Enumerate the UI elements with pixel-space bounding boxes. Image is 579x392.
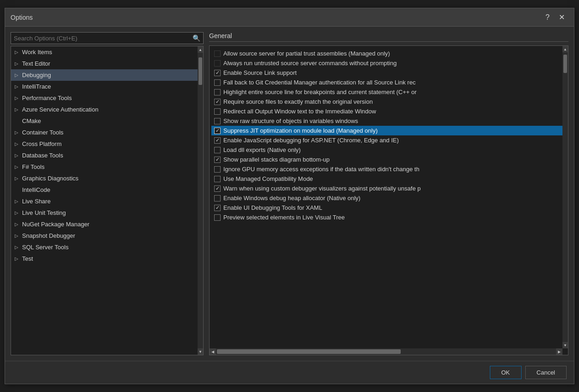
tree-item-label: Text Editor	[22, 60, 194, 67]
option-row-opt18[interactable]: Preview selected elements in Live Visual…	[211, 213, 566, 222]
checkbox-opt6[interactable]	[214, 99, 221, 105]
tree-item-work-items[interactable]: ▷Work Items	[11, 46, 198, 58]
search-input[interactable]	[14, 35, 193, 42]
cancel-button[interactable]: Cancel	[525, 366, 567, 379]
tree-item-cmake[interactable]: CMake	[11, 115, 198, 127]
checkbox-opt9[interactable]	[214, 128, 221, 134]
option-row-opt12[interactable]: Show parallel stacks diagram bottom-up	[211, 155, 566, 164]
checkbox-opt4[interactable]	[214, 79, 221, 86]
option-label-opt10: Enable JavaScript debugging for ASP.NET …	[223, 137, 399, 144]
option-row-opt5[interactable]: Highlight entire source line for breakpo…	[211, 87, 566, 97]
search-icon: 🔍	[193, 34, 200, 42]
help-button[interactable]: ?	[542, 12, 553, 22]
option-row-opt14[interactable]: Use Managed Compatibility Mode	[211, 174, 566, 184]
tree-item-live-share[interactable]: ▷Live Share	[11, 196, 198, 207]
search-box[interactable]: 🔍	[11, 32, 204, 44]
h-scroll-right-button[interactable]: ▶	[556, 348, 562, 355]
option-row-opt2[interactable]: Always run untrusted source server comma…	[211, 58, 566, 68]
checkbox-opt17[interactable]	[214, 205, 221, 211]
options-scrollbar-v[interactable]: ▲ ▼	[562, 46, 568, 348]
tree-item-live-unit-testing[interactable]: ▷Live Unit Testing	[11, 207, 198, 218]
tree-item-intellitrace[interactable]: ▷IntelliTrace	[11, 81, 198, 92]
option-row-opt15[interactable]: Warn when using custom debugger visualiz…	[211, 184, 566, 193]
tree-item-label: Performance Tools	[22, 95, 194, 101]
options-scroll[interactable]: Allow source server for partial trust as…	[210, 46, 568, 355]
option-label-opt7: Redirect all Output Window text to the I…	[223, 108, 376, 115]
checkbox-opt14[interactable]	[214, 176, 221, 182]
tree-item-database-tools[interactable]: ▷Database Tools	[11, 150, 198, 161]
tree-item-label: Database Tools	[22, 152, 194, 159]
checkbox-opt8[interactable]	[214, 118, 221, 124]
tree-item-text-editor[interactable]: ▷Text Editor	[11, 58, 198, 69]
tree-item-snapshot-debugger[interactable]: ▷Snapshot Debugger	[11, 230, 198, 241]
chevron-icon: ▷	[15, 256, 20, 261]
option-row-opt8[interactable]: Show raw structure of objects in variabl…	[211, 116, 566, 126]
checkbox-opt18[interactable]	[214, 214, 221, 221]
option-row-opt17[interactable]: Enable UI Debugging Tools for XAML	[211, 203, 566, 213]
option-row-opt6[interactable]: Require source files to exactly match th…	[211, 97, 566, 106]
tree-item-label: Graphics Diagnostics	[22, 175, 194, 182]
h-scroll-left-button[interactable]: ◀	[210, 348, 216, 355]
tree-item-azure-service-auth[interactable]: ▷Azure Service Authentication	[11, 104, 198, 115]
tree-scroll-down-button[interactable]: ▼	[198, 348, 203, 355]
option-label-opt2: Always run untrusted source server comma…	[223, 60, 397, 67]
option-row-opt9[interactable]: Suppress JIT optimization on module load…	[211, 126, 566, 135]
checkbox-opt15[interactable]	[214, 185, 221, 192]
tree-item-label: Cross Platform	[22, 140, 194, 147]
chevron-icon: ▷	[15, 245, 20, 250]
v-scroll-down-button[interactable]: ▼	[562, 342, 568, 348]
options-container: Allow source server for partial trust as…	[209, 45, 568, 355]
tree-item-label: Work Items	[22, 49, 194, 56]
v-scroll-thumb[interactable]	[563, 55, 567, 73]
option-row-opt4[interactable]: Fall back to Git Credential Manager auth…	[211, 78, 566, 87]
h-scroll-thumb[interactable]	[217, 349, 401, 354]
v-scroll-up-button[interactable]: ▲	[562, 46, 568, 52]
close-button[interactable]: ✕	[555, 12, 568, 22]
tree-item-cross-platform[interactable]: ▷Cross Platform	[11, 138, 198, 150]
checkbox-opt3[interactable]	[214, 70, 221, 76]
chevron-icon: ▷	[15, 141, 20, 146]
option-row-opt3[interactable]: Enable Source Link support	[211, 68, 566, 78]
tree-scrollbar[interactable]: ▲ ▼	[198, 46, 203, 355]
option-label-opt11: Load dll exports (Native only)	[223, 146, 301, 153]
option-label-opt9: Suppress JIT optimization on module load…	[223, 127, 378, 134]
checkbox-opt10[interactable]	[214, 137, 221, 144]
option-row-opt13[interactable]: Ignore GPU memory access exceptions if t…	[211, 164, 566, 174]
tree-item-container-tools[interactable]: ▷Container Tools	[11, 127, 198, 138]
tree-item-nuget-package-manager[interactable]: ▷NuGet Package Manager	[11, 218, 198, 230]
chevron-icon: ▷	[15, 222, 20, 227]
checkbox-opt11[interactable]	[214, 147, 221, 153]
checkbox-opt12[interactable]	[214, 157, 221, 163]
tree-item-performance-tools[interactable]: ▷Performance Tools	[11, 92, 198, 104]
checkbox-opt1[interactable]	[214, 50, 221, 57]
checkbox-opt16[interactable]	[214, 195, 221, 202]
option-row-opt10[interactable]: Enable JavaScript debugging for ASP.NET …	[211, 135, 566, 145]
option-row-opt16[interactable]: Enable Windows debug heap allocator (Nat…	[211, 193, 566, 203]
option-label-opt16: Enable Windows debug heap allocator (Nat…	[223, 195, 360, 202]
option-row-opt11[interactable]: Load dll exports (Native only)	[211, 145, 566, 155]
v-scroll-track	[562, 52, 568, 342]
option-row-opt7[interactable]: Redirect all Output Window text to the I…	[211, 106, 566, 116]
tree-item-fsharp-tools[interactable]: ▷F# Tools	[11, 161, 198, 173]
tree-item-debugging[interactable]: ▷Debugging	[11, 69, 198, 81]
option-row-opt1[interactable]: Allow source server for partial trust as…	[211, 49, 566, 58]
option-label-opt14: Use Managed Compatibility Mode	[223, 175, 313, 182]
checkbox-opt7[interactable]	[214, 108, 221, 115]
title-bar-left: Options	[11, 14, 33, 21]
options-scrollbar-h[interactable]: ◀ ▶	[210, 348, 562, 355]
checkbox-opt5[interactable]	[214, 89, 221, 95]
tree-item-intellicode[interactable]: IntelliCode	[11, 184, 198, 196]
checkbox-opt13[interactable]	[214, 166, 221, 173]
chevron-icon: ▷	[15, 164, 20, 169]
checkbox-opt2[interactable]	[214, 60, 221, 67]
tree-item-graphics-diagnostics[interactable]: ▷Graphics Diagnostics	[11, 173, 198, 184]
ok-button[interactable]: OK	[490, 366, 522, 379]
tree-scroll-thumb[interactable]	[199, 57, 202, 85]
tree-item-sql-server-tools[interactable]: ▷SQL Server Tools	[11, 241, 198, 253]
dialog-body: 🔍 ▷Work Items▷Text Editor▷Debugging▷Inte…	[5, 27, 574, 361]
panel-title: General	[209, 32, 568, 42]
tree-item-label: Debugging	[22, 72, 194, 78]
tree-scroll-up-button[interactable]: ▲	[198, 46, 203, 53]
tree-item-label: F# Tools	[22, 163, 194, 170]
tree-item-test[interactable]: ▷Test	[11, 253, 198, 264]
